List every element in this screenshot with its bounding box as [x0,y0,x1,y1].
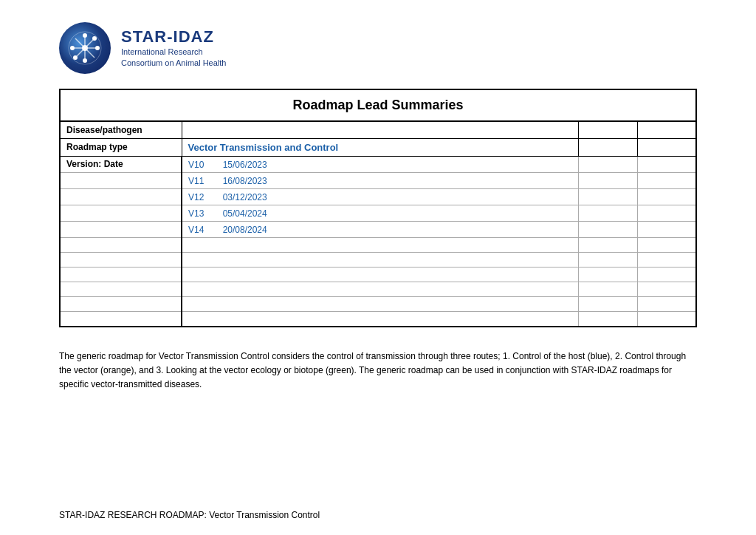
empty-row-6 [60,312,696,327]
version-row-2: V12 03/12/2023 [60,189,696,205]
version-row-4: V14 20/08/2024 [60,222,696,238]
empty-row-3 [60,268,696,282]
roadmap-type-row: Roadmap type Vector Transmission and Con… [60,139,696,157]
version-extra2-1 [637,173,696,189]
version-extra1-3 [578,205,637,222]
version-cell-4: V14 20/08/2024 [182,222,578,238]
version-cell-3: V13 05/04/2024 [182,205,578,222]
disease-extra2 [637,121,696,139]
summary-table: Roadmap Lead Summaries Disease/pathogen … [59,89,697,327]
version-row-0: Version: Date V10 15/06/2023 [60,157,696,173]
version-label-empty-4 [60,222,182,238]
disease-extra1 [578,121,637,139]
version-date-label: Version: Date [60,157,182,173]
version-date-0: 15/06/2023 [223,160,267,170]
roadmap-type-value-text: Vector Transmission and Control [188,142,339,153]
version-date-1: 16/08/2023 [223,176,267,186]
version-extra2-2 [637,189,696,205]
version-extra2-4 [637,222,696,238]
version-label-empty-2 [60,189,182,205]
version-v10: V10 [188,160,214,170]
disease-value [182,121,578,139]
version-row-3: V13 05/04/2024 [60,205,696,222]
version-v12: V12 [188,192,214,202]
description-text: The generic roadmap for Vector Transmiss… [59,350,697,392]
roadmap-type-extra2 [637,139,696,157]
svg-point-11 [82,45,88,51]
version-cell-0: V10 15/06/2023 [182,157,578,173]
version-cell-1: V11 16/08/2023 [182,173,578,189]
version-date-3: 05/04/2024 [223,208,267,219]
version-label-empty-3 [60,205,182,222]
footer-text: STAR-IDAZ RESEARCH ROADMAP: Vector Trans… [59,510,320,520]
logo-subtitle-line2: Consortium on Animal Health [121,58,226,69]
version-extra2-3 [637,205,696,222]
version-v14: V14 [188,225,214,235]
version-row-1: V11 16/08/2023 [60,173,696,189]
svg-point-10 [73,55,78,60]
version-v13: V13 [188,208,214,219]
logo-subtitle-line1: International Research [121,47,226,58]
roadmap-type-extra1 [578,139,637,157]
svg-point-7 [83,58,87,63]
svg-point-9 [92,36,97,41]
version-label-empty-1 [60,173,182,189]
version-date-4: 20/08/2024 [223,225,267,235]
version-extra1-1 [578,173,637,189]
roadmap-type-value: Vector Transmission and Control [182,139,578,157]
version-extra1-4 [578,222,637,238]
svg-point-8 [70,46,75,50]
logo-icon [59,22,111,74]
empty-row-1 [60,238,696,253]
version-extra1-2 [578,189,637,205]
footer: STAR-IDAZ RESEARCH ROADMAP: Vector Trans… [59,510,320,520]
empty-row-2 [60,253,696,268]
roadmap-type-label: Roadmap type [60,139,182,157]
logo-title: STAR-IDAZ [121,27,226,47]
disease-row: Disease/pathogen [60,121,696,139]
empty-row-5 [60,297,696,312]
empty-row-4 [60,282,696,297]
version-v11: V11 [188,176,214,186]
table-heading-row: Roadmap Lead Summaries [60,89,696,121]
table-heading: Roadmap Lead Summaries [60,89,696,121]
version-extra1-0 [578,157,637,173]
logo-text: STAR-IDAZ International Research Consort… [121,27,226,69]
disease-label: Disease/pathogen [60,121,182,139]
svg-point-6 [95,46,100,50]
main-content: Roadmap Lead Summaries Disease/pathogen … [0,89,756,392]
logo-area: STAR-IDAZ International Research Consort… [0,0,756,89]
version-cell-2: V12 03/12/2023 [182,189,578,205]
version-extra2-0 [637,157,696,173]
version-date-2: 03/12/2023 [223,192,267,202]
svg-point-5 [83,33,87,38]
